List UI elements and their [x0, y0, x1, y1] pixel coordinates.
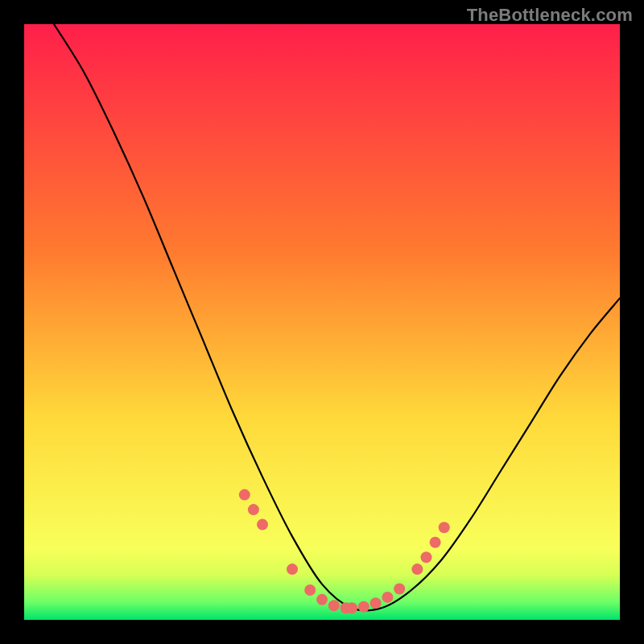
- gradient-background: [24, 24, 620, 620]
- curve-marker: [382, 592, 393, 603]
- bottleneck-chart: [24, 24, 620, 620]
- curve-marker: [370, 597, 382, 609]
- curve-marker: [248, 504, 259, 515]
- curve-marker: [316, 594, 328, 605]
- curve-marker: [304, 584, 316, 596]
- chart-frame: [24, 24, 620, 620]
- curve-marker: [411, 564, 423, 575]
- curve-marker: [346, 602, 357, 613]
- curve-marker: [394, 584, 405, 595]
- curve-marker: [358, 601, 369, 613]
- curve-marker: [257, 519, 268, 530]
- watermark-text: TheBottleneck.com: [467, 5, 633, 26]
- curve-marker: [421, 551, 432, 563]
- curve-marker: [239, 489, 250, 501]
- curve-marker: [439, 522, 450, 533]
- curve-marker: [430, 537, 441, 548]
- curve-marker: [328, 600, 340, 611]
- curve-marker: [287, 564, 298, 575]
